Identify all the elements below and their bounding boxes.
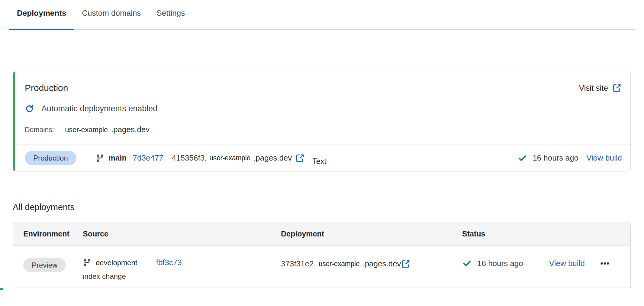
tab-custom-domains[interactable]: Custom domains (74, 8, 149, 29)
production-deployment-row: Production main 7d3e477 415356f3. user-e… (13, 145, 630, 171)
git-branch-icon (83, 259, 91, 267)
all-deployments-title: All deployments (13, 202, 644, 212)
ellipsis-icon[interactable]: ••• (601, 259, 610, 267)
deployment-suffix: .pages.dev (362, 259, 401, 269)
auto-deploy-text: Automatic deployments enabled (41, 104, 157, 113)
environment-badge: Production (25, 151, 76, 165)
deployment-subdomain: 415356f3. (172, 153, 207, 163)
commit-hash-link[interactable]: fbf3c73 (156, 258, 182, 267)
domain-user: user-example (65, 125, 108, 134)
check-icon (462, 259, 472, 268)
commit-message: index change (83, 272, 281, 281)
environment-badge: Preview (23, 258, 66, 272)
column-header-status: Status (462, 229, 630, 238)
view-build-link[interactable]: View build (549, 259, 585, 268)
external-link-icon (295, 154, 304, 163)
table-row: Preview development fbf3c73 index change… (13, 246, 630, 288)
domain-suffix: .pages.dev (111, 125, 150, 134)
deployment-url[interactable]: 415356f3. user-example .pages.dev (172, 153, 305, 163)
tab-bar: Deployments Custom domains Settings (9, 0, 635, 30)
status-time: 16 hours ago (477, 259, 523, 268)
check-icon (517, 153, 527, 163)
domains-label: Domains: (25, 126, 54, 134)
deployment-suffix: .pages.dev (253, 153, 292, 163)
commit-hash-link[interactable]: 7d3e477 (133, 153, 163, 163)
production-card: Production Visit site Automatic deployme… (13, 71, 631, 171)
branch-name: development (96, 259, 137, 267)
deployment-user: user-example (209, 154, 250, 162)
deployment-url[interactable]: 373f31e2. user-example .pages.dev (281, 259, 462, 269)
column-header-deployment: Deployment (281, 229, 462, 238)
column-header-source: Source (83, 229, 281, 238)
view-build-link[interactable]: View build (586, 153, 622, 163)
status-time: 16 hours ago (533, 153, 578, 163)
visit-site-link[interactable]: Visit site (579, 83, 621, 93)
git-branch-icon (96, 154, 104, 162)
row-status: 16 hours ago View build ••• (462, 259, 630, 268)
deployments-table: Environment Source Deployment Status Pre… (13, 222, 631, 288)
tab-deployments[interactable]: Deployments (9, 8, 74, 29)
deployment-note: Text (312, 157, 326, 166)
refresh-icon (25, 104, 34, 113)
production-card-title: Production (25, 83, 68, 93)
table-header-row: Environment Source Deployment Status (13, 222, 630, 246)
external-link-icon (612, 83, 621, 93)
visit-site-label: Visit site (579, 83, 608, 93)
column-header-environment: Environment (23, 229, 83, 238)
branch-name: main (108, 153, 127, 163)
production-status: 16 hours ago View build (517, 153, 622, 163)
deployment-subdomain: 373f31e2. (281, 259, 316, 269)
deployment-user: user-example (319, 260, 360, 268)
tab-settings[interactable]: Settings (149, 8, 193, 29)
external-link-icon (401, 259, 410, 269)
production-accent-bar (13, 71, 15, 171)
